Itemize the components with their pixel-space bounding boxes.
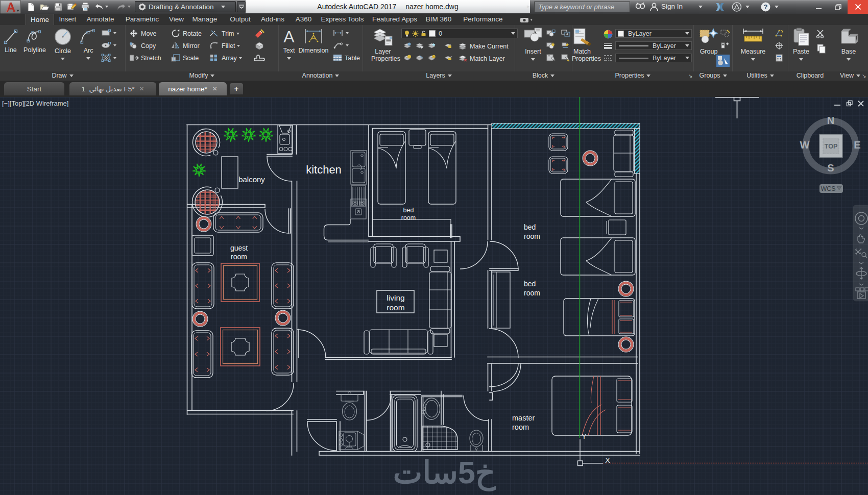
svg-text:kitchen: kitchen xyxy=(306,163,342,176)
svg-text:W: W xyxy=(800,139,810,151)
svg-text:S: S xyxy=(827,162,834,174)
svg-text:X: X xyxy=(605,456,610,464)
svg-text:master: master xyxy=(512,414,535,422)
svg-text:A: A xyxy=(283,28,295,45)
svg-text:room: room xyxy=(387,303,404,312)
svg-text:room: room xyxy=(401,214,416,221)
svg-text:room: room xyxy=(524,289,540,297)
svg-text:room: room xyxy=(512,423,529,431)
svg-text:guest: guest xyxy=(230,244,248,252)
svg-text:Y: Y xyxy=(582,432,587,440)
svg-text:خ5سات: خ5سات xyxy=(393,455,496,491)
svg-text:bed: bed xyxy=(403,207,414,214)
svg-text:bed: bed xyxy=(524,223,536,231)
svg-text:TOP: TOP xyxy=(825,143,837,150)
svg-text:?: ? xyxy=(764,3,768,11)
svg-text:bed: bed xyxy=(524,280,536,288)
svg-text:balcony: balcony xyxy=(238,175,265,184)
svg-text:[−][Top][2D Wireframe]: [−][Top][2D Wireframe] xyxy=(2,100,68,107)
svg-text:room: room xyxy=(524,232,540,240)
svg-text:living: living xyxy=(387,293,404,302)
svg-text:E: E xyxy=(854,139,860,151)
svg-text:room: room xyxy=(231,253,247,261)
svg-text:N: N xyxy=(827,115,834,126)
svg-text:WCS: WCS xyxy=(821,185,835,192)
